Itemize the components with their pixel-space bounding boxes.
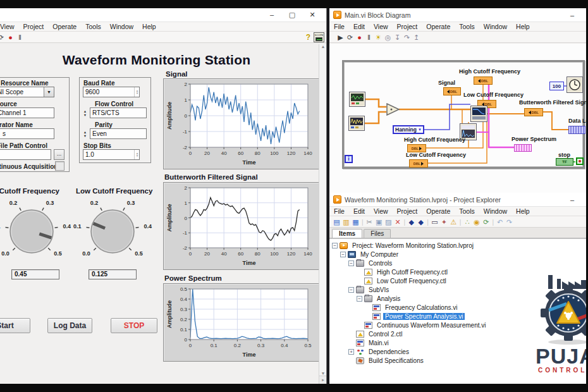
minimize-button[interactable]: –: [562, 196, 582, 204]
target-icon[interactable]: ▭: [430, 217, 439, 227]
butterworth-indicator-terminal[interactable]: DBL: [524, 108, 543, 116]
find-up-icon[interactable]: ◆: [416, 217, 426, 227]
menu-operate[interactable]: Operate: [422, 23, 455, 30]
pause-icon[interactable]: ‖: [15, 32, 25, 42]
chevron-down-icon[interactable]: ▼: [44, 87, 54, 97]
menu-window[interactable]: Window: [106, 23, 138, 30]
signal-indicator-terminal[interactable]: DBL: [443, 87, 461, 95]
menu-tools[interactable]: Tools: [455, 207, 479, 215]
run-continuous-icon[interactable]: ⟳: [0, 32, 6, 42]
power-spectrum-indicator-terminal[interactable]: [514, 144, 532, 152]
menu-view[interactable]: View: [0, 23, 19, 30]
minimize-button[interactable]: –: [562, 11, 582, 19]
undo-icon[interactable]: ↶: [495, 217, 505, 227]
commit-icon[interactable]: ◉: [472, 217, 481, 227]
tab-files[interactable]: Files: [364, 229, 391, 238]
wait-constant[interactable]: 100: [549, 82, 564, 90]
low-cutoff-value[interactable]: 0.125: [89, 269, 137, 279]
pause-icon[interactable]: ‖: [364, 32, 374, 42]
help-icon[interactable]: ?: [306, 33, 310, 42]
menu-operate[interactable]: Operate: [422, 207, 455, 215]
menu-view[interactable]: View: [369, 207, 393, 215]
run-continuous-icon[interactable]: ⟳: [345, 32, 355, 42]
menu-tools[interactable]: Tools: [81, 23, 106, 30]
high-cutoff-indicator-terminal[interactable]: DBL: [474, 77, 493, 85]
window-type-enum[interactable]: Hanning▼: [393, 125, 424, 134]
wait-ms-clock-icon[interactable]: [567, 77, 583, 93]
vi-icon-scope[interactable]: SCOPE: [314, 32, 324, 42]
close-button[interactable]: ✕: [302, 11, 322, 19]
step-out-icon[interactable]: ↥: [412, 32, 421, 42]
stop-button[interactable]: STOP: [111, 318, 157, 333]
menu-help[interactable]: Help: [511, 23, 534, 30]
new-icon[interactable]: ▤: [332, 217, 341, 227]
collapse-icon[interactable]: −: [348, 287, 354, 293]
tree-item-project-waveform-monitoring-station-lvpr[interactable]: −Project: Waveform Monitoring Station.lv…: [329, 241, 586, 250]
start-button[interactable]: Start: [0, 318, 30, 333]
scroll-up-icon[interactable]: ▲: [321, 44, 326, 49]
vertical-scrollbar[interactable]: ▲▼: [319, 44, 327, 376]
log-data-button[interactable]: Log Data: [47, 318, 92, 333]
noise-generator-icon[interactable]: [348, 116, 365, 131]
parity-field[interactable]: Even: [90, 128, 147, 139]
find-down-icon[interactable]: ◆: [407, 217, 416, 227]
signal-chart[interactable]: 020406080100120140210-1-2AmplitudeTime: [163, 78, 320, 169]
browse-button[interactable]: ...: [54, 149, 64, 160]
baud-rate-field[interactable]: 9600 ▲▼: [83, 87, 140, 97]
refactor-icon[interactable]: ∴: [462, 217, 472, 227]
menu-edit[interactable]: Edit: [349, 207, 369, 215]
save-all-icon[interactable]: ▦: [351, 217, 360, 227]
abort-icon[interactable]: ●: [6, 32, 15, 42]
increment-decrement-icon[interactable]: ▲▼: [82, 107, 88, 118]
step-into-icon[interactable]: ↧: [393, 32, 402, 42]
collapse-icon[interactable]: −: [357, 296, 362, 302]
maximize-button[interactable]: ▢: [282, 11, 302, 19]
generator-name-field[interactable]: s: [0, 128, 54, 139]
menu-project[interactable]: Project: [393, 23, 422, 30]
minimize-button[interactable]: –: [262, 11, 282, 19]
abort-icon[interactable]: ●: [355, 32, 364, 42]
continuous-acquisition-checkbox[interactable]: [55, 161, 64, 171]
tools-icon[interactable]: ✦: [439, 217, 449, 227]
collapse-icon[interactable]: −: [340, 252, 346, 257]
power-spectrum-chart[interactable]: 00.10.20.30.40.50.50.40.30.20.10Amplitud…: [163, 283, 320, 362]
collapse-icon[interactable]: −: [348, 260, 354, 266]
resource-name-dropdown[interactable]: NI Scope ▼: [0, 87, 54, 97]
collapse-icon[interactable]: −: [332, 243, 338, 248]
stop-bits-field[interactable]: 1.0 ▲▼: [83, 149, 140, 160]
tab-items[interactable]: Items: [332, 229, 362, 238]
open-icon[interactable]: ▥: [341, 217, 351, 227]
retain-values-icon[interactable]: ◎: [383, 32, 393, 42]
redo-icon[interactable]: ↷: [505, 217, 514, 227]
update-icon[interactable]: ⟳: [481, 217, 491, 227]
stop-boolean-terminal[interactable]: TF: [556, 158, 573, 166]
data-log-indicator-terminal[interactable]: [568, 126, 585, 134]
menu-edit[interactable]: Edit: [349, 23, 369, 30]
warning-icon[interactable]: ⚠: [449, 217, 458, 227]
menu-file[interactable]: File: [329, 23, 349, 30]
waveform-generator-icon[interactable]: [349, 92, 365, 107]
menu-project[interactable]: Project: [393, 207, 422, 215]
spinner-icon[interactable]: ▲▼: [134, 87, 140, 97]
spinner-icon[interactable]: ▲▼: [134, 150, 140, 159]
copy-icon[interactable]: ▣: [374, 217, 384, 227]
menu-operate[interactable]: Operate: [48, 23, 81, 30]
file-path-field[interactable]: [0, 149, 51, 160]
add-function-icon[interactable]: [386, 103, 400, 116]
loop-condition-terminal[interactable]: [576, 157, 584, 165]
tree-item-my-computer[interactable]: −My Computer: [329, 250, 586, 259]
menu-window[interactable]: Window: [479, 207, 511, 215]
menu-file[interactable]: File: [329, 207, 349, 215]
scroll-corner[interactable]: ▸: [319, 376, 327, 384]
increment-decrement-icon[interactable]: ▲▼: [82, 128, 88, 139]
menu-window[interactable]: Window: [479, 23, 511, 30]
source-field[interactable]: Channel 1: [0, 107, 54, 118]
high-cutoff-value[interactable]: 0.45: [11, 269, 59, 279]
delete-icon[interactable]: ✕: [393, 217, 403, 227]
filter-express-vi-icon[interactable]: [470, 106, 487, 122]
flow-control-field[interactable]: RTS/CTS: [90, 107, 147, 118]
cut-icon[interactable]: ✂: [365, 217, 374, 227]
menu-view[interactable]: View: [369, 23, 393, 30]
iteration-terminal[interactable]: i: [345, 155, 353, 163]
menu-help[interactable]: Help: [138, 23, 161, 30]
